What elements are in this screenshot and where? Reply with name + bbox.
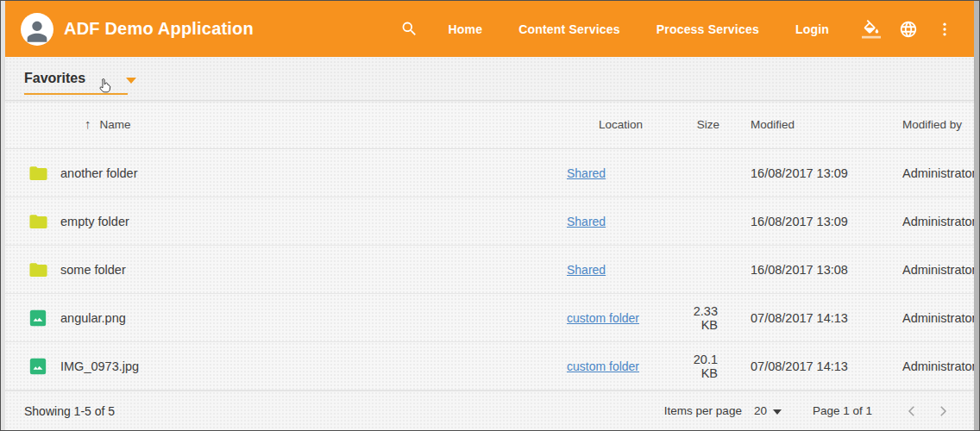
nav-item-home[interactable]: Home: [448, 22, 482, 36]
document-list: ↑ Name Location Size Modified Modified b…: [5, 101, 974, 430]
main-nav: Home Content Services Process Services L…: [448, 22, 829, 36]
items-per-page-select[interactable]: 20: [754, 404, 782, 417]
window-right-border: [974, 1, 979, 430]
modified-by: Administrator: [883, 359, 974, 373]
folder-icon: [29, 166, 47, 181]
user-avatar-icon[interactable]: [21, 13, 53, 46]
selected-view-label: Favorites: [24, 71, 85, 86]
location-link[interactable]: Shared: [567, 263, 606, 277]
file-size: 20.1 KB: [675, 353, 728, 380]
location-link[interactable]: custom folder: [567, 311, 639, 325]
nav-item-process-services[interactable]: Process Services: [656, 22, 759, 36]
modified-date: 16/08/2017 13:09: [728, 215, 883, 228]
document-list-toolbar: Favorites: [5, 57, 974, 101]
active-view-underline: [24, 93, 128, 95]
search-icon[interactable]: [400, 20, 418, 38]
file-name: IMG_0973.jpg: [60, 359, 567, 373]
chevron-right-icon: [935, 403, 951, 419]
modified-by: Administrator: [883, 166, 974, 180]
file-size: 2.33 KB: [675, 304, 728, 332]
column-header-size[interactable]: Size: [675, 118, 728, 131]
nav-item-content-services[interactable]: Content Services: [518, 22, 620, 36]
range-label: Showing 1-5 of 5: [24, 404, 115, 418]
modified-by: Administrator: [883, 215, 974, 228]
modified-by: Administrator: [883, 263, 974, 277]
column-label: Name: [100, 118, 131, 131]
caret-down-icon: [126, 78, 136, 84]
image-file-icon: [29, 358, 47, 375]
modified-by: Administrator: [883, 311, 974, 325]
modified-date: 07/08/2017 14:13: [728, 311, 883, 325]
column-header-location[interactable]: Location: [567, 118, 675, 131]
table-header-row: ↑ Name Location Size Modified Modified b…: [5, 101, 974, 149]
folder-icon: [29, 262, 47, 278]
paginator: Showing 1-5 of 5 Items per page 20 Page …: [5, 390, 974, 430]
items-per-page-label: Items per page: [664, 404, 742, 417]
page-status: Page 1 of 1: [813, 404, 872, 417]
person-icon: [22, 16, 52, 46]
next-page-button[interactable]: [933, 401, 953, 422]
table-row[interactable]: angular.png custom folder 2.33 KB 07/08/…: [5, 294, 974, 342]
file-name: empty folder: [60, 215, 567, 228]
column-header-modified-by[interactable]: Modified by: [883, 118, 974, 131]
app-title: ADF Demo Application: [64, 19, 254, 39]
chevron-left-icon: [904, 403, 920, 419]
more-vertical-icon[interactable]: [936, 21, 953, 38]
location-link[interactable]: custom folder: [567, 359, 639, 373]
table-row[interactable]: another folder Shared 16/08/2017 13:09 A…: [5, 149, 974, 197]
language-globe-icon[interactable]: [899, 20, 918, 39]
file-name: angular.png: [60, 311, 567, 325]
folder-icon: [29, 214, 47, 229]
nav-item-login[interactable]: Login: [795, 22, 829, 36]
caret-down-icon: [773, 409, 782, 415]
file-name: some folder: [60, 263, 567, 277]
location-link[interactable]: Shared: [567, 215, 606, 228]
previous-page-button[interactable]: [901, 401, 922, 422]
table-row[interactable]: IMG_0973.jpg custom folder 20.1 KB 07/08…: [5, 342, 974, 390]
view-switcher-dropdown[interactable]: Favorites: [24, 57, 136, 100]
column-header-modified[interactable]: Modified: [728, 118, 883, 131]
sort-ascending-icon: ↑: [85, 116, 91, 131]
modified-date: 16/08/2017 13:09: [728, 166, 883, 180]
items-per-page-value: 20: [754, 404, 767, 417]
table-row[interactable]: empty folder Shared 16/08/2017 13:09 Adm…: [5, 197, 974, 246]
location-link[interactable]: Shared: [567, 166, 606, 180]
theme-color-fill-icon[interactable]: [862, 20, 881, 39]
image-file-icon: [29, 309, 47, 327]
column-header-name[interactable]: ↑ Name: [60, 117, 567, 132]
table-row[interactable]: some folder Shared 16/08/2017 13:08 Admi…: [5, 246, 974, 294]
modified-date: 07/08/2017 14:13: [728, 359, 883, 373]
app-header: ADF Demo Application Home Content Servic…: [5, 1, 974, 57]
modified-date: 16/08/2017 13:08: [728, 263, 883, 277]
file-name: another folder: [60, 166, 567, 180]
app-window: ADF Demo Application Home Content Servic…: [0, 0, 980, 431]
